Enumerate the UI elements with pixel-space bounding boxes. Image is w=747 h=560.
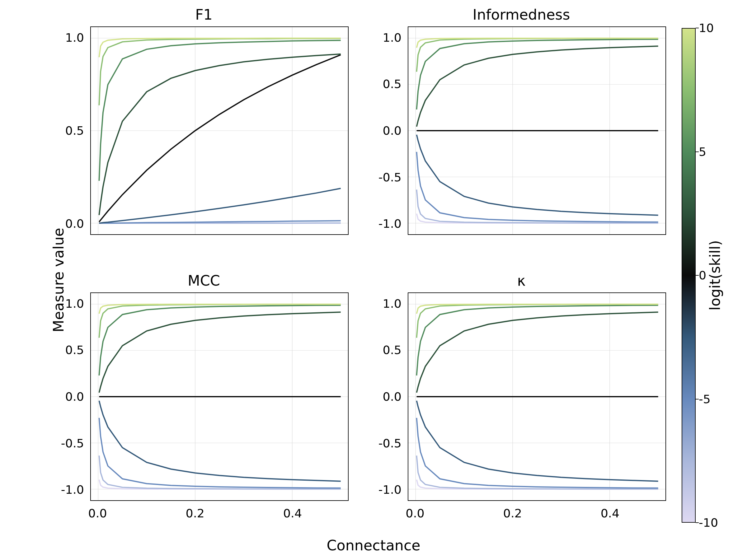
x-axis-label: Connectance (327, 537, 420, 554)
x-tick-label: 0.4 (601, 506, 619, 520)
y-tick-label: 1.0 (374, 297, 402, 311)
plot-area (408, 292, 666, 501)
series-line (99, 418, 340, 488)
colorbar-tick-label: -5 (699, 392, 724, 406)
panel-title: Informedness (374, 6, 669, 23)
panel-title: F1 (56, 6, 352, 23)
figure: Measure value Connectance F10.00.51.00.0… (0, 0, 747, 560)
series-line (416, 189, 658, 223)
plot-area (90, 292, 349, 501)
colorbar-tick-mark (696, 399, 699, 399)
colorbar-gradient (681, 28, 696, 523)
colorbar-tick-label: -10 (699, 516, 724, 530)
series-line (99, 304, 340, 338)
series-line (99, 55, 340, 222)
y-tick-label: 0.5 (56, 124, 84, 137)
series-line (99, 41, 340, 181)
y-ticks: -1.0-0.50.00.51.0 (374, 292, 405, 501)
plot-area (90, 26, 349, 235)
plot-area (408, 26, 666, 235)
x-ticks: 0.00.20.4 (408, 504, 666, 526)
series-line (416, 401, 658, 481)
y-tick-label: 0.0 (374, 124, 402, 137)
series-line (99, 54, 340, 215)
panel-kappa: κ-1.0-0.50.00.51.00.00.20.4 (374, 275, 669, 526)
y-ticks: -1.0-0.50.00.51.0 (374, 26, 405, 235)
y-ticks: -1.0-0.50.00.51.0 (56, 292, 87, 501)
colorbar-tick-mark (696, 28, 699, 28)
panel-mcc: MCC-1.0-0.50.00.51.00.00.20.4 (56, 275, 352, 526)
series-line (416, 455, 658, 489)
panel-f1: F10.00.51.00.00.20.4 (56, 9, 352, 260)
series-line (416, 305, 658, 375)
colorbar-title: logit(skill) (706, 240, 723, 311)
series-line (416, 39, 658, 109)
y-tick-label: 0.5 (374, 343, 402, 357)
series-line (416, 38, 658, 72)
colorbar-tick-mark (696, 152, 699, 152)
y-tick-label: 0.0 (374, 390, 402, 403)
y-tick-label: -1.0 (374, 217, 402, 231)
y-tick-label: -0.5 (374, 436, 402, 450)
y-tick-label: 0.0 (56, 217, 84, 231)
series-line (416, 312, 658, 393)
colorbar-tick-mark (696, 275, 699, 276)
colorbar-tick-mark (696, 522, 699, 523)
series-line (99, 312, 340, 393)
colorbar-tick-label: 5 (699, 145, 724, 159)
y-tick-label: 1.0 (56, 297, 84, 311)
series-line (416, 46, 658, 127)
y-tick-label: -1.0 (374, 483, 402, 497)
series-line (99, 38, 340, 105)
colorbar: -10-50510 logit(skill) (681, 28, 728, 523)
y-tick-label: 0.5 (374, 77, 402, 91)
series-line (416, 135, 658, 215)
x-ticks: 0.00.20.4 (90, 504, 349, 526)
series-line (416, 418, 658, 488)
series-line (99, 455, 340, 489)
series-line (99, 401, 340, 481)
x-tick-label: 0.4 (283, 506, 302, 520)
colorbar-tick-label: 10 (699, 21, 724, 35)
panel-informedness: Informedness-1.0-0.50.00.51.00.00.20.4 (374, 9, 669, 260)
series-line (99, 189, 340, 223)
panel-title: κ (374, 272, 669, 289)
y-tick-label: 1.0 (56, 31, 84, 45)
series-line (416, 152, 658, 222)
x-tick-label: 0.2 (185, 506, 204, 520)
series-line (416, 304, 658, 338)
y-tick-label: -0.5 (56, 436, 84, 450)
x-tick-label: 0.0 (406, 506, 424, 520)
panel-title: MCC (56, 272, 352, 289)
x-tick-label: 0.0 (88, 506, 107, 520)
y-tick-label: 0.5 (56, 343, 84, 357)
y-ticks: 0.00.51.0 (56, 26, 87, 235)
series-line (99, 305, 340, 375)
panel-grid: F10.00.51.00.00.20.4Informedness-1.0-0.5… (56, 9, 669, 526)
y-tick-label: -0.5 (374, 170, 402, 184)
y-tick-label: 1.0 (374, 31, 402, 45)
y-tick-label: 0.0 (56, 390, 84, 403)
x-tick-label: 0.2 (503, 506, 522, 520)
y-tick-label: -1.0 (56, 483, 84, 497)
